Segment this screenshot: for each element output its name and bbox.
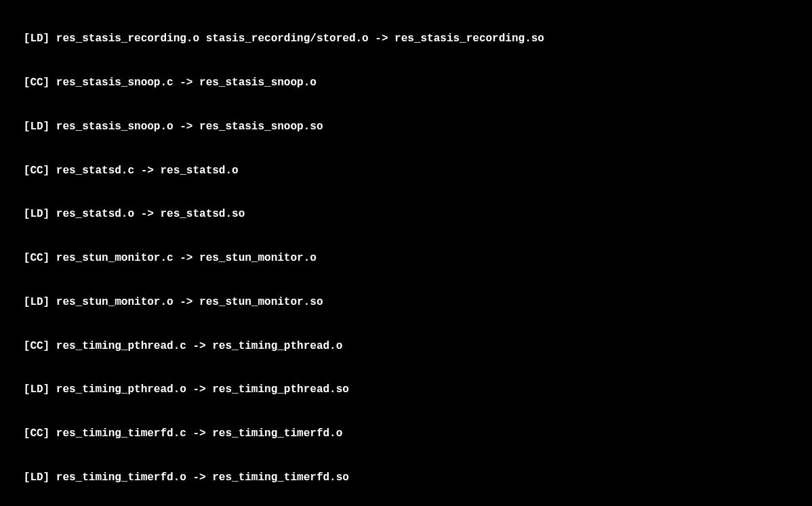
terminal-output[interactable]: [LD] res_stasis_recording.o stasis_recor… [0,0,812,506]
output-line: [CC] res_stasis_snoop.c -> res_stasis_sn… [4,76,808,91]
output-line: [CC] res_statsd.c -> res_statsd.o [4,164,808,179]
output-line: [CC] res_timing_pthread.c -> res_timing_… [4,339,808,354]
output-line: [LD] res_statsd.o -> res_statsd.so [4,207,808,222]
output-line: [LD] res_timing_pthread.o -> res_timing_… [4,383,808,398]
output-line: [LD] res_stasis_recording.o stasis_recor… [4,32,808,47]
output-line: [CC] res_stun_monitor.c -> res_stun_moni… [4,251,808,266]
output-line: [LD] res_stasis_snoop.o -> res_stasis_sn… [4,120,808,135]
output-line: [LD] res_timing_timerfd.o -> res_timing_… [4,471,808,486]
output-line: [LD] res_stun_monitor.o -> res_stun_moni… [4,295,808,310]
output-line: [CC] res_timing_timerfd.c -> res_timing_… [4,427,808,442]
